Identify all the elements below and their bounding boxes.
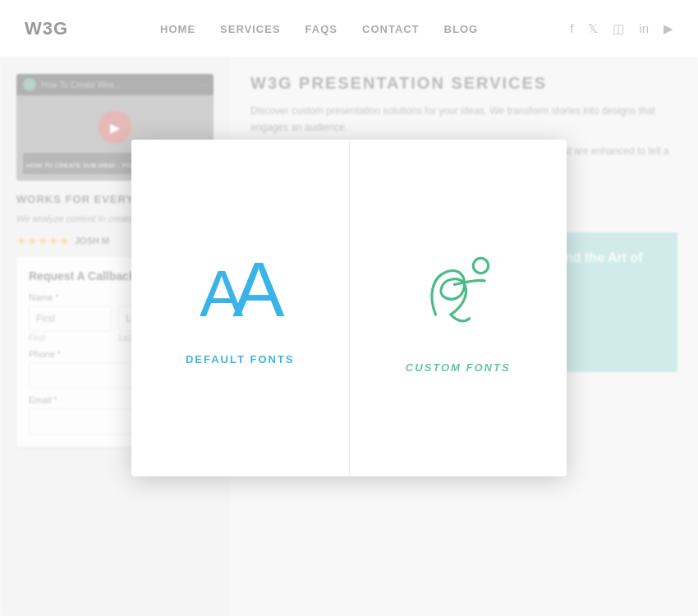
custom-fonts-label: CUSTOM FONTS <box>406 361 511 374</box>
modal-default-fonts: AA DEFAULT FONTS <box>131 140 350 476</box>
svg-point-0 <box>473 258 488 273</box>
custom-font-icon <box>413 243 503 337</box>
fonts-modal: AA DEFAULT FONTS CUSTOM FONTS <box>131 140 567 476</box>
modal-overlay: AA DEFAULT FONTS CUSTOM FONTS <box>0 0 698 616</box>
default-font-icon: AA <box>200 251 281 329</box>
default-fonts-label: DEFAULT FONTS <box>186 353 295 365</box>
modal-custom-fonts: CUSTOM FONTS <box>350 140 567 476</box>
